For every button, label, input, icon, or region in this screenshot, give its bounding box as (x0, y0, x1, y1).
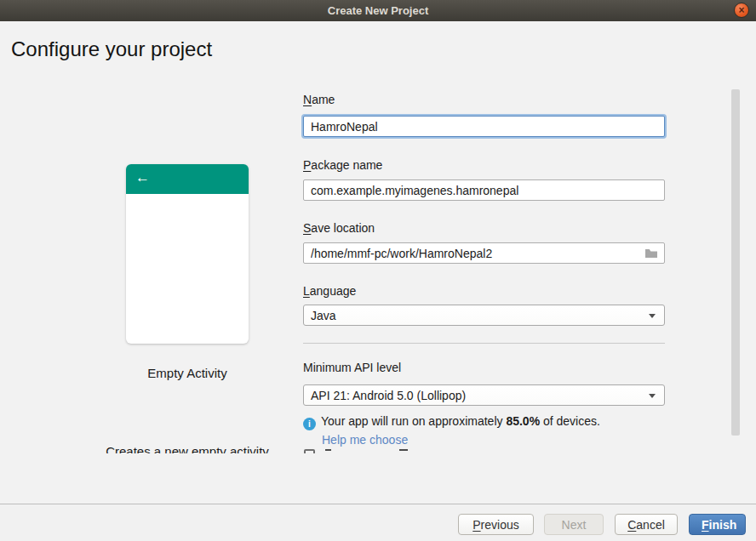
chevron-down-icon (649, 394, 656, 398)
clipped-checkbox-row (304, 449, 408, 453)
name-label: Name (303, 93, 335, 106)
save-location-label: Save location (303, 221, 375, 235)
clipped-text-fragment (399, 449, 408, 453)
min-api-dropdown[interactable]: API 21: Android 5.0 (Lollipop) (303, 384, 665, 406)
min-api-label: Minimum API level (303, 361, 401, 374)
scrollbar-thumb[interactable] (731, 89, 740, 436)
back-arrow-icon: ← (135, 170, 150, 185)
package-name-input[interactable] (303, 179, 665, 201)
cancel-button[interactable]: Cancel (615, 514, 678, 535)
section-divider (303, 343, 665, 344)
language-selected-value: Java (311, 309, 336, 322)
api-info-row: iYour app will run on approximately 85.0… (303, 414, 669, 430)
info-icon: i (303, 418, 316, 430)
template-name: Empty Activity (126, 366, 249, 380)
clipped-text-fragment (325, 449, 331, 453)
empty-activity-thumbnail: ← (126, 164, 249, 344)
package-name-label: Package name (303, 158, 382, 172)
api-info-text: Your app will run on approximately (321, 414, 506, 428)
create-new-project-window: Create New Project × Configure your proj… (0, 0, 756, 541)
previous-button[interactable]: Previous (458, 514, 534, 535)
language-label: Language (303, 284, 356, 298)
page-title: Configure your project (11, 37, 212, 61)
footer-bar: Previous Next Cancel Finish (0, 504, 756, 541)
next-button[interactable]: Next (544, 514, 604, 535)
name-input[interactable] (303, 116, 665, 137)
template-description: Creates a new empty activity (94, 444, 281, 453)
save-location-input[interactable] (303, 242, 665, 264)
finish-button[interactable]: Finish (689, 514, 746, 535)
content-area: Configure your project ← Empty Activity … (0, 0, 756, 453)
language-dropdown[interactable]: Java (303, 305, 665, 326)
api-info-percent: 85.0% (506, 414, 540, 428)
chevron-down-icon (649, 314, 656, 318)
folder-icon[interactable] (644, 248, 658, 259)
checkbox-partial[interactable] (304, 449, 315, 453)
phone-appbar: ← (126, 164, 249, 194)
min-api-selected-value: API 21: Android 5.0 (Lollipop) (311, 389, 466, 402)
api-info-suffix: of devices. (540, 414, 600, 428)
help-me-choose-link[interactable]: Help me choose (322, 433, 408, 447)
